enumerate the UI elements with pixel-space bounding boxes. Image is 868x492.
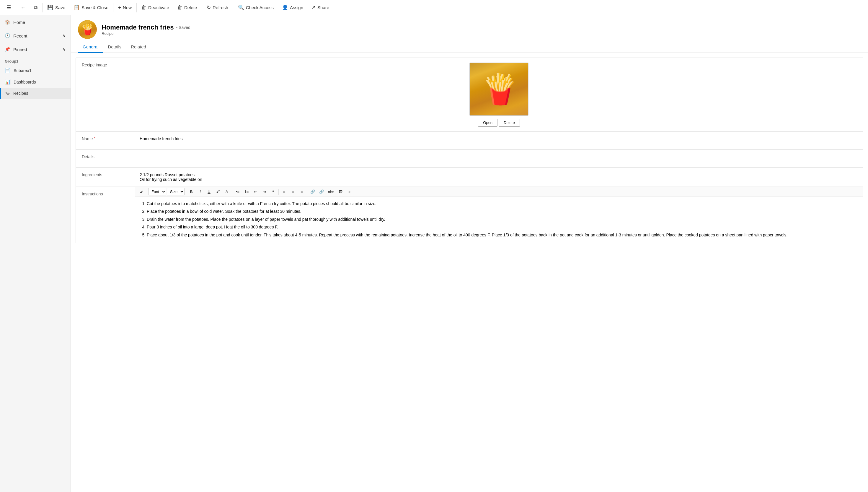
rte-size-select[interactable]: Size [167, 188, 185, 195]
rte-align-left-button[interactable]: ≡ [280, 188, 288, 195]
record-type: Recipe [101, 31, 190, 36]
save-icon: 💾 [47, 4, 53, 10]
record-title-block: Homemade french fries - Saved Recipe [101, 24, 190, 36]
menu-button[interactable]: ☰ [2, 0, 15, 15]
refresh-icon: ↻ [207, 4, 211, 10]
rte-italic-button[interactable]: I [196, 188, 204, 195]
save-close-button[interactable]: 📋 Save & Close [69, 0, 113, 15]
pinned-chevron-icon: ∨ [63, 47, 66, 52]
form-area: Recipe image 🍟 Open Delete [71, 53, 868, 492]
image-value: 🍟 Open Delete [135, 58, 863, 131]
recipes-label: Recipes [13, 91, 28, 96]
rte-more-button[interactable]: » [345, 188, 354, 195]
deactivate-button[interactable]: 🗑 Deactivate [137, 0, 173, 15]
name-required-star: * [94, 137, 95, 141]
image-buttons: Open Delete [478, 119, 520, 127]
image-delete-button[interactable]: Delete [499, 119, 520, 127]
recent-nav-item[interactable]: 🕐 Recent ∨ [0, 29, 71, 43]
rte-clear-format-button[interactable]: 🖌 [137, 188, 146, 195]
pinned-label: Pinned [13, 47, 59, 52]
subarea1-label: Subarea1 [14, 68, 31, 73]
open-window-button[interactable]: ⧉ [30, 0, 42, 15]
new-icon: + [118, 5, 121, 10]
rte-font-color-button[interactable]: A [223, 188, 231, 195]
check-access-button[interactable]: 🔍 Check Access [234, 0, 278, 15]
back-icon: ← [21, 5, 26, 10]
content-area: 🍟 Homemade french fries - Saved Recipe G… [71, 15, 868, 492]
sidebar: 🏠 Home 🕐 Recent ∨ 📌 Pinned ∨ Group1 📄 Su… [0, 15, 71, 492]
rte-bold-button[interactable]: B [187, 188, 195, 195]
rte-decrease-indent-button[interactable]: ⇤ [251, 188, 260, 195]
image-open-button[interactable]: Open [478, 119, 498, 127]
dashboards-label: Dashboards [14, 80, 36, 84]
deactivate-icon: 🗑 [141, 5, 146, 10]
rte-divider-4 [279, 189, 279, 195]
rte-content[interactable]: Cut the potatoes into matchsticks, eithe… [135, 197, 863, 243]
rte-link-button[interactable]: 🔗 [309, 188, 317, 195]
home-nav-item[interactable]: 🏠 Home [0, 15, 71, 29]
name-value [135, 132, 863, 146]
avatar-image: 🍟 [78, 20, 97, 39]
sidebar-item-dashboards[interactable]: 📊 Dashboards [0, 76, 71, 88]
ingredients-label: Ingredients [76, 168, 135, 186]
tab-details[interactable]: Details [103, 41, 126, 53]
sidebar-item-subarea1[interactable]: 📄 Subarea1 [0, 65, 71, 76]
delete-button[interactable]: 🗑 Delete [173, 0, 201, 15]
rte-align-right-button[interactable]: ≡ [297, 188, 306, 195]
details-label: Details [76, 150, 135, 167]
recent-icon: 🕐 [5, 33, 10, 39]
details-field-row: Details --- [76, 150, 863, 168]
rte-blockquote-button[interactable]: ❝ [269, 188, 277, 195]
toolbar-divider-6 [233, 3, 233, 13]
delete-icon: 🗑 [177, 5, 183, 10]
save-close-label: Save & Close [81, 5, 108, 10]
save-close-icon: 📋 [73, 4, 80, 10]
dashboards-icon: 📊 [5, 79, 10, 85]
rte-numbered-list-button[interactable]: 1≡ [242, 188, 251, 195]
recipe-image: 🍟 [469, 63, 529, 116]
rte-toolbar: 🖌 Font Size B I U 🖍 [135, 187, 863, 197]
tab-general[interactable]: General [78, 41, 103, 53]
rte-unlink-button[interactable]: 🔗 [317, 188, 326, 195]
refresh-button[interactable]: ↻ Refresh [202, 0, 232, 15]
record-title: Homemade french fries - Saved [101, 24, 190, 31]
save-label: Save [55, 5, 65, 10]
assign-button[interactable]: 👤 Assign [278, 0, 307, 15]
rte-highlight-button[interactable]: 🖍 [214, 188, 222, 195]
ingredients-value: 2 1/2 pounds Russet potatoes Oil for fry… [135, 168, 863, 187]
share-icon: ↗ [312, 4, 316, 10]
instructions-field-row: Instructions 🖌 Font Size [76, 187, 863, 243]
back-button[interactable]: ← [17, 0, 30, 15]
share-button[interactable]: ↗ Share [307, 0, 333, 15]
record-header: 🍟 Homemade french fries - Saved Recipe [71, 15, 868, 39]
rte-image-button[interactable]: 🖼 [337, 188, 345, 195]
app-body: 🏠 Home 🕐 Recent ∨ 📌 Pinned ∨ Group1 📄 Su… [0, 15, 868, 492]
main-toolbar: ☰ ← ⧉ 💾 Save 📋 Save & Close + New 🗑 Deac… [0, 0, 868, 15]
open-window-icon: ⧉ [34, 5, 38, 10]
details-value: --- [135, 150, 863, 164]
rte-font-select[interactable]: Font [148, 188, 166, 195]
image-label: Recipe image [76, 58, 135, 76]
image-field-row: Recipe image 🍟 Open Delete [76, 58, 863, 132]
recipes-icon: 🍽 [6, 91, 10, 96]
subarea1-icon: 📄 [5, 68, 10, 73]
sidebar-item-recipes[interactable]: 🍽 Recipes [0, 88, 71, 99]
pinned-nav-item[interactable]: 📌 Pinned ∨ [0, 43, 71, 56]
save-button[interactable]: 💾 Save [43, 0, 69, 15]
rte-strikethrough-button[interactable]: abc [326, 188, 336, 195]
assign-icon: 👤 [282, 4, 288, 10]
name-input[interactable] [140, 137, 858, 141]
record-status: - Saved [176, 25, 190, 30]
new-button[interactable]: + New [114, 0, 136, 15]
tab-related[interactable]: Related [126, 41, 151, 53]
ingredients-field-row: Ingredients 2 1/2 pounds Russet potatoes… [76, 168, 863, 187]
rte-increase-indent-button[interactable]: ⇥ [260, 188, 268, 195]
record-avatar: 🍟 [78, 20, 97, 39]
toolbar-divider-2 [42, 3, 43, 13]
name-field-row: Name * [76, 132, 863, 150]
rte-underline-button[interactable]: U [205, 188, 213, 195]
tabs-container: General Details Related [71, 41, 868, 53]
rte-align-center-button[interactable]: ≡ [289, 188, 297, 195]
rte-bullet-list-button[interactable]: •≡ [234, 188, 242, 195]
pinned-icon: 📌 [5, 47, 10, 52]
